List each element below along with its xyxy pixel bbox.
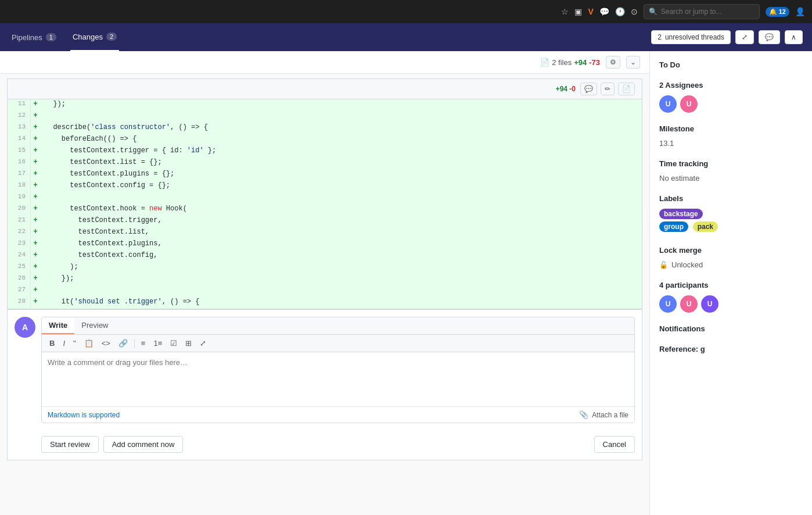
milestone-title: Milestone xyxy=(659,124,803,133)
time-tracking-title: Time tracking xyxy=(659,159,803,168)
settings-icon-btn[interactable]: ⚙ xyxy=(606,56,620,69)
action-buttons: Start review Add comment now Cancel xyxy=(8,430,642,460)
user-avatar-top[interactable]: 👤 xyxy=(795,7,805,16)
start-review-button[interactable]: Start review xyxy=(41,436,99,453)
sidebar-milestone: Milestone 13.1 xyxy=(659,124,803,148)
edit-diff-btn[interactable]: ✏ xyxy=(601,83,615,95)
unresolved-threads-button[interactable]: 2 unresolved threads xyxy=(651,30,731,44)
milestone-value: 13.1 xyxy=(659,139,803,148)
sidebar-todo: To Do xyxy=(659,60,803,69)
nav-icons: ☆ ▣ V 💬 🕐 ⊙ xyxy=(561,7,637,16)
cancel-button[interactable]: Cancel xyxy=(594,436,635,453)
diff-line: 25 + ); xyxy=(8,262,642,274)
label-group[interactable]: group xyxy=(659,221,688,232)
sidebar: To Do 2 Assignees U U Milestone 13.1 Tim… xyxy=(649,51,812,515)
diff-line: 19 + xyxy=(8,192,642,204)
main-layout: 📄 2 files +94 -73 ⚙ ⌄ +94 -0 💬 ✏ 📄 11 xyxy=(0,51,812,515)
sidebar-lock: Lock merge 🔓 Unlocked xyxy=(659,246,803,269)
diff-line: 15 + testContext.trigger = { id: 'id' }; xyxy=(8,146,642,158)
sub-nav: Pipelines 1 Changes 2 2 unresolved threa… xyxy=(0,23,812,51)
snippet-btn[interactable]: 📋 xyxy=(81,337,96,349)
checklist-btn[interactable]: ☑ xyxy=(167,337,180,349)
italic-btn[interactable]: I xyxy=(60,337,68,349)
search-bar[interactable]: 🔍 xyxy=(644,4,760,19)
sidebar-participants: 4 participants U U U xyxy=(659,281,803,313)
assignee-avatar-2: U xyxy=(680,95,698,113)
comment-icon-btn[interactable]: 💬 xyxy=(759,30,780,44)
time-tracking-value: No estimate xyxy=(659,174,803,183)
v-icon[interactable]: V xyxy=(588,7,593,16)
diff-line: 27 + xyxy=(8,285,642,297)
sidebar-reference: Reference: g xyxy=(659,345,803,353)
lock-row: 🔓 Unlocked xyxy=(659,260,803,269)
sidebar-todo-title: To Do xyxy=(659,60,803,69)
expand-icon-btn[interactable]: ⤢ xyxy=(735,30,754,44)
reference-title: Reference: g xyxy=(659,345,803,353)
diff-line: 20 + testContext.hook = new Hook( xyxy=(8,204,642,216)
search-input[interactable] xyxy=(661,8,754,16)
code-btn[interactable]: <> xyxy=(99,337,113,349)
attach-file-btn[interactable]: Attach a file xyxy=(592,411,628,419)
participant-avatar-3: U xyxy=(701,295,718,313)
notifications-title: Notifications xyxy=(659,324,803,333)
markdown-link[interactable]: Markdown is supported xyxy=(48,411,120,419)
participant-avatar-2: U xyxy=(680,295,698,313)
sub-nav-right: 2 unresolved threads ⤢ 💬 ∧ xyxy=(651,30,803,44)
editor-footer: Markdown is supported 📎 Attach a file xyxy=(42,406,634,423)
comment-box-wrapper: A Write Preview B I " 📋 <> 🔗 xyxy=(7,309,642,460)
lock-icon: 🔓 xyxy=(659,261,668,269)
doc-icon[interactable]: ▣ xyxy=(574,7,582,16)
sidebar-notifications: Notifications xyxy=(659,324,803,333)
bold-btn[interactable]: B xyxy=(46,337,58,349)
collapse-icon-btn[interactable]: ∧ xyxy=(785,30,803,44)
sidebar-labels: Labels backstage group pack xyxy=(659,194,803,234)
chat-icon[interactable]: 💬 xyxy=(599,7,609,16)
diff-line: 17 + testContext.plugins = {}; xyxy=(8,169,642,181)
comment-diff-btn[interactable]: 💬 xyxy=(580,83,597,95)
ul-btn[interactable]: ≡ xyxy=(138,337,149,349)
content-area: 📄 2 files +94 -73 ⚙ ⌄ +94 -0 💬 ✏ 📄 11 xyxy=(0,51,649,515)
table-btn[interactable]: ⊞ xyxy=(182,337,195,349)
labels-list: backstage group pack xyxy=(659,209,803,234)
code-diff: 11 + }); 12 + 13 + describe('class const… xyxy=(7,99,642,309)
fullscreen-btn[interactable]: ⤢ xyxy=(197,337,209,349)
comment-textarea[interactable] xyxy=(42,352,634,405)
clock-icon[interactable]: 🕐 xyxy=(615,7,625,16)
add-comment-button[interactable]: Add comment now xyxy=(103,436,184,453)
link-btn[interactable]: 🔗 xyxy=(116,337,131,349)
diff-view-icons: 💬 ✏ 📄 xyxy=(580,83,635,95)
diff-line: 13 + describe('class constructor', () =>… xyxy=(8,123,642,134)
quote-btn[interactable]: " xyxy=(70,337,79,349)
tab-pipelines[interactable]: Pipelines 1 xyxy=(9,23,59,51)
diff-header: +94 -0 💬 ✏ 📄 xyxy=(7,78,642,99)
top-nav: ☆ ▣ V 💬 🕐 ⊙ 🔍 🔔 12 👤 xyxy=(0,0,812,23)
toolbar-divider xyxy=(134,339,135,348)
notification-badge[interactable]: 🔔 12 xyxy=(766,7,789,17)
tab-write[interactable]: Write xyxy=(42,317,74,334)
diff-line: 11 + }); xyxy=(8,99,642,111)
lock-title: Lock merge xyxy=(659,246,803,255)
assignee-avatar-1: U xyxy=(659,95,677,113)
diff-line: 24 + testContext.config, xyxy=(8,251,642,262)
label-pack[interactable]: pack xyxy=(693,221,718,232)
participant-avatar-1: U xyxy=(659,295,677,313)
sidebar-assignees: 2 Assignees U U xyxy=(659,81,803,113)
file-diff-btn[interactable]: 📄 xyxy=(618,83,635,95)
sidebar-time-tracking: Time tracking No estimate xyxy=(659,159,803,183)
diff-line: 12 + xyxy=(8,111,642,123)
expand-diff-btn[interactable]: ⌄ xyxy=(626,56,640,69)
participants-title: 4 participants xyxy=(659,281,803,289)
ol-btn[interactable]: 1≡ xyxy=(150,337,165,349)
commenter-avatar: A xyxy=(15,317,35,338)
diff-line: 26 + }); xyxy=(8,274,642,285)
participants-list: U U U xyxy=(659,295,803,313)
diff-line: 28 + it('should set .trigger', () => { xyxy=(8,297,642,309)
star-icon[interactable]: ☆ xyxy=(561,7,569,16)
label-backstage[interactable]: backstage xyxy=(659,209,703,219)
diff-line: 16 + testContext.list = {}; xyxy=(8,158,642,169)
tab-preview[interactable]: Preview xyxy=(74,317,115,334)
tab-changes[interactable]: Changes 2 xyxy=(70,23,119,51)
editor-toolbar: B I " 📋 <> 🔗 ≡ 1≡ ☑ ⊞ ⤢ xyxy=(42,335,634,352)
lock-value: Unlocked xyxy=(671,260,703,269)
chrome-icon[interactable]: ⊙ xyxy=(631,7,638,16)
